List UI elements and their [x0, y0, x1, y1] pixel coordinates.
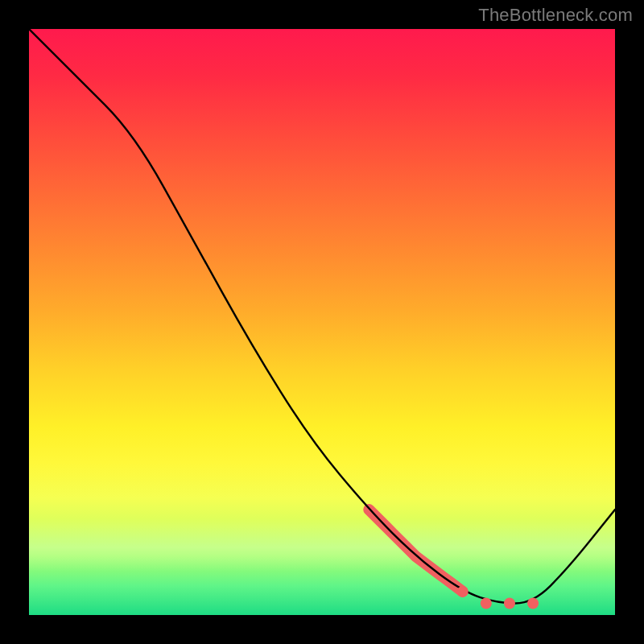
chart-wrap: TheBottleneck.com [0, 0, 644, 644]
attribution-label: TheBottleneck.com [478, 5, 633, 26]
plot-area [29, 29, 615, 615]
